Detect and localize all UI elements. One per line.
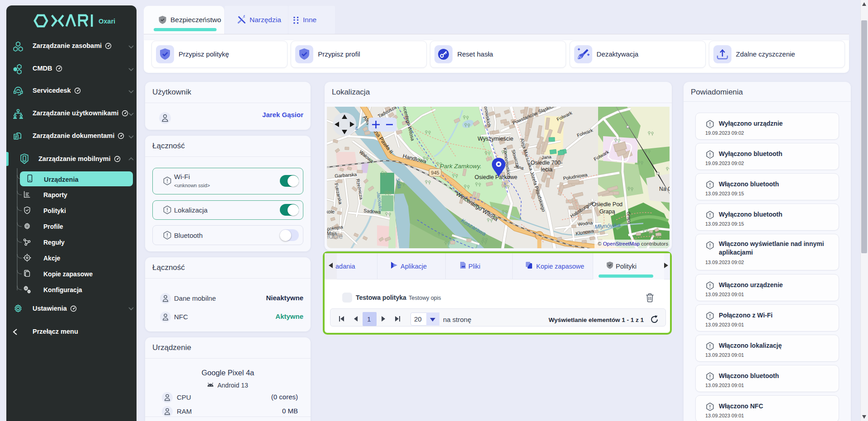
svg-text:Osiedle 700-: Osiedle 700- xyxy=(531,160,563,166)
svg-text:łocie: łocie xyxy=(327,232,343,241)
svg-text:945: 945 xyxy=(431,170,439,175)
svg-text:Park Zamkowy.: Park Zamkowy. xyxy=(440,163,481,170)
svg-text:Osiedle Pod: Osiedle Pod xyxy=(592,201,623,208)
svg-text:lecia: lecia xyxy=(541,166,552,173)
svg-text:© OpenStreetMap contributors: © OpenStreetMap contributors xyxy=(598,241,668,246)
svg-text:Wyszymieście: Wyszymieście xyxy=(477,136,513,142)
svg-text:Grapą: Grapą xyxy=(599,208,615,215)
svg-text:łkole: łkole xyxy=(327,209,335,214)
svg-text:Na G: Na G xyxy=(659,186,670,192)
svg-text:Jana: Jana xyxy=(541,154,552,160)
